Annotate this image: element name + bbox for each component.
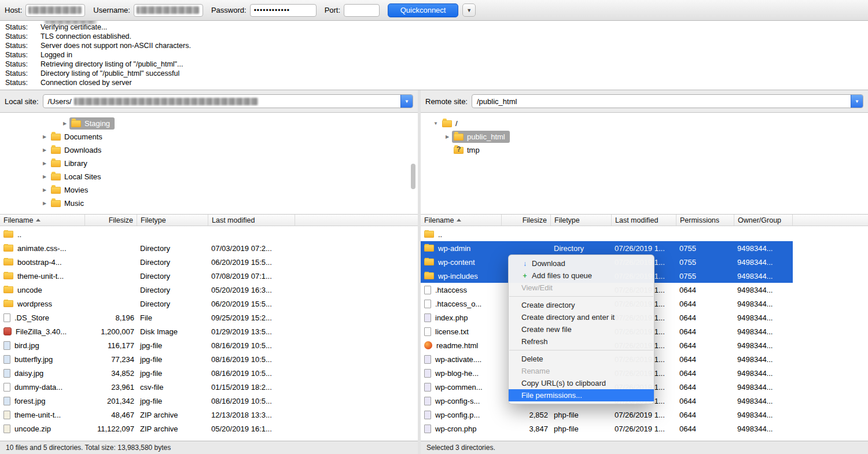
question-mark-icon: ?: [457, 145, 461, 153]
expand-arrow-icon[interactable]: ▶: [40, 187, 49, 193]
column-header-filetype[interactable]: Filetype: [137, 215, 208, 226]
expand-arrow-icon[interactable]: ▶: [443, 134, 452, 139]
file-name: theme-unit-t...: [14, 411, 61, 419]
file-name: theme-unit-t...: [17, 272, 64, 280]
folder-icon: [3, 231, 13, 238]
host-input[interactable]: [25, 4, 85, 17]
remote-site-combo[interactable]: /public_html ▼: [472, 94, 863, 108]
tree-item-public-html[interactable]: ▶public_html: [421, 130, 868, 143]
folder-icon: [442, 120, 452, 127]
remote-directory-tree: ▼/▶public_html?tmp: [421, 112, 868, 214]
sort-ascending-icon: [457, 219, 461, 222]
local-file-list: ..animate.css-...Directory07/03/2019 07:…: [0, 226, 418, 441]
menu-item-label: Delete: [521, 355, 543, 363]
file-row-dummy-data[interactable]: dummy-data...23,961csv-file01/15/2019 18…: [0, 380, 418, 394]
menu-item-download[interactable]: ↓Download: [509, 257, 654, 270]
redacted-local-path: [74, 98, 258, 105]
file-row-wp-cron-php[interactable]: wp-cron.php3,847php-file07/26/2019 1...0…: [421, 422, 793, 435]
file-name: FileZilla_3.40...: [16, 327, 67, 336]
tree-item-local-sites[interactable]: ▶Local Sites: [0, 170, 418, 183]
file-row-ds-store[interactable]: .DS_Store8,196File09/25/2019 15:2...: [0, 311, 418, 324]
column-header-permissions[interactable]: Permissions: [676, 215, 734, 226]
folder-icon: [51, 174, 61, 180]
scrollbar-thumb[interactable]: [411, 164, 415, 189]
file-row-animate-css[interactable]: animate.css-...Directory07/03/2019 07:2.…: [0, 241, 418, 255]
column-header-filesize[interactable]: Filesize: [85, 215, 137, 226]
file-name: wp-includes: [438, 272, 478, 280]
menu-item-create-directory-and-enter-it[interactable]: Create directory and enter it: [509, 311, 654, 323]
tree-item-staging[interactable]: ▶Staging: [0, 117, 418, 130]
menu-item-create-new-file[interactable]: Create new file: [509, 323, 654, 335]
collapse-arrow-icon[interactable]: ▼: [431, 121, 440, 126]
column-header-filesize[interactable]: Filesize: [502, 215, 551, 226]
tree-item-documents[interactable]: ▶Documents: [0, 130, 418, 143]
expand-arrow-icon[interactable]: ▶: [60, 121, 69, 126]
remote-site-label: Remote site:: [425, 97, 468, 106]
menu-item-copy-url-s-to-clipboard[interactable]: Copy URL(s) to clipboard: [509, 377, 654, 389]
password-input[interactable]: [250, 4, 317, 17]
menu-item-file-permissions[interactable]: File permissions...: [509, 389, 654, 401]
column-header-owner-group[interactable]: Owner/Group: [734, 215, 793, 226]
tree-item-[interactable]: ▼/: [421, 117, 868, 130]
zip-icon: [3, 425, 10, 433]
quickconnect-button[interactable]: Quickconnect: [388, 3, 458, 17]
port-input[interactable]: [344, 4, 380, 17]
quickconnect-dropdown-button[interactable]: ▼: [462, 3, 476, 17]
file-row-daisy-jpg[interactable]: daisy.jpg34,852jpg-file08/16/2019 10:5..…: [0, 366, 418, 380]
folder-icon: [454, 134, 464, 141]
expand-arrow-icon[interactable]: ▶: [40, 134, 49, 139]
menu-item-create-directory[interactable]: Create directory: [509, 299, 654, 311]
menu-item-rename: Rename: [509, 365, 654, 377]
column-header-last-modified[interactable]: Last modified: [612, 215, 676, 226]
file-row-forest-jpg[interactable]: forest.jpg201,342jpg-file08/16/2019 10:5…: [0, 394, 418, 408]
file-name: wordpress: [17, 300, 52, 308]
expand-arrow-icon[interactable]: ▶: [40, 201, 49, 206]
filezilla-window: Host: Username: Password: Port: Quickcon…: [0, 0, 868, 454]
local-site-dropdown-button[interactable]: ▼: [400, 95, 413, 108]
menu-item-label: Create new file: [521, 325, 572, 334]
username-label: Username:: [93, 6, 130, 14]
file-row-[interactable]: ..: [0, 227, 418, 241]
tree-item-library[interactable]: ▶Library: [0, 157, 418, 170]
tree-item-label: Music: [49, 197, 89, 209]
menu-item-delete[interactable]: Delete: [509, 353, 654, 365]
file-row-theme-unit-t[interactable]: theme-unit-t...48,467ZIP archive12/13/20…: [0, 408, 418, 422]
expand-arrow-icon[interactable]: ▶: [40, 174, 49, 179]
expand-arrow-icon[interactable]: ▶: [40, 147, 49, 153]
file-row-theme-unit-t[interactable]: theme-unit-t...Directory07/08/2019 07:1.…: [0, 269, 418, 283]
column-header-filename[interactable]: Filename: [0, 215, 85, 226]
file-row-butterfly-jpg[interactable]: butterfly.jpg77,234jpg-file08/16/2019 10…: [0, 352, 418, 366]
menu-item-refresh[interactable]: Refresh: [509, 335, 654, 348]
local-site-combo[interactable]: /Users/ ▼: [43, 94, 413, 108]
file-row-bird-jpg[interactable]: bird.jpg116,177jpg-file08/16/2019 10:5..…: [0, 338, 418, 352]
file-row-wp-config-p[interactable]: wp-config.p...2,852php-file07/26/2019 1.…: [421, 408, 793, 422]
remote-site-dropdown-button[interactable]: ▼: [851, 95, 863, 108]
column-header-filename[interactable]: Filename: [421, 215, 502, 226]
menu-item-label: View/Edit: [521, 283, 553, 292]
tree-item-tmp[interactable]: ?tmp: [421, 143, 868, 157]
file-row-uncode-zip[interactable]: uncode.zip11,122,097ZIP archive05/20/201…: [0, 422, 418, 435]
column-header-filetype[interactable]: Filetype: [551, 215, 612, 226]
context-menu: ↓Download+Add files to queueView/EditCre…: [508, 254, 654, 404]
file-name: wp-blog-he...: [435, 369, 479, 378]
file-row-wordpress[interactable]: wordpressDirectory06/20/2019 15:5...: [0, 297, 418, 311]
column-header-last-modified[interactable]: Last modified: [208, 215, 295, 226]
username-input[interactable]: [134, 4, 203, 17]
local-file-list-header: FilenameFilesizeFiletypeLast modified: [0, 214, 418, 226]
file-name: wp-config.p...: [435, 411, 480, 419]
file-name: animate.css-...: [17, 244, 67, 253]
tree-item-music[interactable]: ▶Music: [0, 197, 418, 210]
log-status-label: Status:: [0, 41, 41, 50]
menu-item-add-files-to-queue[interactable]: +Add files to queue: [509, 270, 654, 282]
file-row-filezilla-3-40[interactable]: FileZilla_3.40...1,200,007Disk Image01/2…: [0, 324, 418, 338]
expand-arrow-icon[interactable]: ▶: [40, 161, 49, 166]
log-entry: Status:Verifying certificate...: [0, 23, 868, 32]
tree-item-movies[interactable]: ▶Movies: [0, 183, 418, 197]
sort-ascending-icon: [36, 219, 41, 222]
local-status-bar: 10 files and 5 directories. Total size: …: [0, 441, 418, 454]
file-row-bootstrap-4[interactable]: bootstrap-4...Directory06/20/2019 15:5..…: [0, 255, 418, 269]
file-row-[interactable]: ..: [421, 227, 793, 241]
file-row-wp-admin[interactable]: wp-adminDirectory07/26/2019 1...07559498…: [421, 241, 793, 255]
tree-item-downloads[interactable]: ▶Downloads: [0, 143, 418, 157]
file-row-uncode[interactable]: uncodeDirectory05/20/2019 16:3...: [0, 283, 418, 297]
